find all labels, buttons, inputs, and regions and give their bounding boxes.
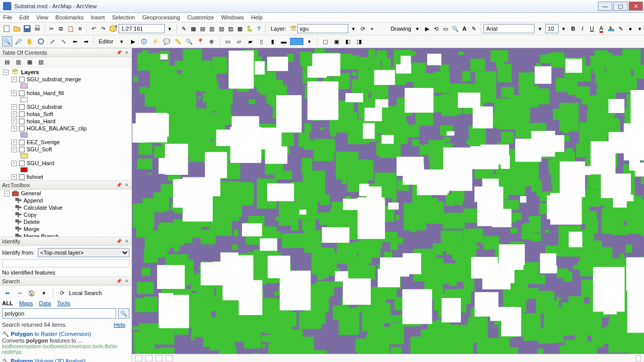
toolbar-icon[interactable]: ▢ (320, 36, 330, 47)
menu-customize[interactable]: Customize (187, 14, 214, 20)
close-button[interactable]: ✕ (629, 2, 643, 11)
pin-icon[interactable]: 📌 (115, 182, 122, 188)
visibility-checkbox[interactable] (19, 119, 25, 124)
layer-row[interactable]: +SGU_substrat_merge (2, 76, 129, 83)
close-icon[interactable]: ✕ (123, 182, 130, 188)
layer-symbol-swatch[interactable] (20, 83, 28, 88)
toolbar-icon[interactable]: ▣ (331, 36, 342, 47)
toolbar-icon[interactable]: ▱ (234, 36, 244, 47)
toolbar-icon[interactable]: ▧ (217, 24, 226, 34)
forward-button[interactable]: ➡ (14, 288, 25, 298)
font-color-button[interactable]: A (597, 24, 605, 34)
menu-edit[interactable]: Edit (19, 14, 29, 20)
hyper-button[interactable]: ⚡ (150, 36, 161, 47)
drawing-label[interactable]: Drawing (391, 26, 411, 32)
marker-color-button[interactable]: ● (626, 24, 634, 34)
data-view-button[interactable] (135, 355, 142, 361)
expand-icon[interactable]: + (11, 161, 17, 166)
collapse-icon[interactable]: − (3, 70, 9, 75)
menu-help[interactable]: Help (251, 14, 263, 20)
cat-data[interactable]: Data (39, 300, 51, 306)
map-view[interactable] (132, 48, 644, 362)
layer-dropdown[interactable]: ▾ (349, 24, 358, 34)
layer-row[interactable]: +SGU_Soft (2, 146, 129, 153)
measure-button[interactable]: 📏 (173, 36, 183, 47)
toolbar-icon[interactable]: ▯ (256, 36, 267, 47)
expand-icon[interactable]: + (11, 126, 17, 131)
tool-item[interactable]: Merge (0, 225, 131, 233)
toolbar-icon[interactable]: ◧ (343, 36, 353, 47)
pin-icon[interactable]: 📌 (115, 50, 122, 56)
visibility-checkbox[interactable] (19, 174, 25, 180)
search-input[interactable] (2, 308, 116, 319)
full-extent-button[interactable] (36, 36, 46, 47)
visibility-checkbox[interactable] (19, 140, 25, 145)
expand-icon[interactable]: + (11, 140, 17, 145)
cat-tools[interactable]: Tools (57, 300, 71, 306)
visibility-checkbox[interactable] (19, 147, 25, 152)
index-button[interactable]: ⟳ (57, 288, 67, 298)
redo-button[interactable]: ↷ (99, 24, 107, 34)
expand-icon[interactable]: + (11, 104, 17, 110)
collapse-icon[interactable]: − (4, 191, 10, 196)
identify-button[interactable]: ⓘ (139, 36, 149, 47)
select-button[interactable]: ▶ (128, 36, 138, 47)
home-button[interactable]: 🏠 (27, 288, 37, 298)
underline-button[interactable]: U (588, 24, 596, 34)
toolbar-icon[interactable]: ▥ (208, 24, 216, 34)
rect-tool[interactable]: ▭ (441, 24, 450, 34)
visibility-checkbox[interactable] (19, 126, 25, 131)
layer-row[interactable]: +holas_Hard_fill (2, 89, 129, 97)
editor-dropdown[interactable]: ▾ (117, 36, 127, 47)
layer-symbol-swatch[interactable] (20, 97, 28, 102)
toolbar-icon[interactable]: ▩ (236, 24, 244, 34)
fontsize-combo[interactable] (545, 24, 559, 33)
bold-button[interactable]: B (569, 24, 577, 34)
undo-button[interactable]: ↶ (90, 24, 98, 34)
python-button[interactable]: 🐍 (246, 24, 254, 34)
menu-view[interactable]: View (36, 14, 49, 20)
layer-row[interactable]: +EEZ_Sverige (2, 139, 129, 146)
toolbar-icon[interactable]: ◨ (354, 36, 364, 47)
paste-button[interactable]: 📋 (66, 24, 75, 34)
tool-item[interactable]: Merge Branch (0, 233, 131, 237)
font-dropdown[interactable]: ▾ (536, 24, 544, 34)
menu-bookmarks[interactable]: Bookmarks (55, 14, 83, 20)
tool-item[interactable]: Delete (0, 218, 131, 225)
text-tool[interactable]: A (460, 24, 469, 34)
tool-item[interactable]: Append (0, 197, 131, 204)
back-button[interactable]: ⬅ (2, 288, 12, 298)
toolbar-icon[interactable]: ▭ (223, 36, 233, 47)
expand-icon[interactable]: + (11, 119, 17, 124)
new-button[interactable] (2, 24, 11, 34)
close-icon[interactable]: ✕ (123, 50, 130, 56)
save-button[interactable] (23, 24, 32, 34)
toolbar-icon[interactable]: ⌖ (368, 24, 376, 34)
layout-view-button[interactable] (145, 355, 152, 361)
list-by-visibility-icon[interactable]: ▦ (25, 57, 35, 67)
menu-insert[interactable]: Insert (91, 14, 105, 20)
back-extent-button[interactable]: ⬅ (70, 36, 80, 47)
toolbar-icon[interactable]: ▨ (227, 24, 235, 34)
tool-item[interactable]: Copy (0, 211, 131, 218)
goto-xy-button[interactable]: ⊕ (207, 36, 217, 47)
line-color-button[interactable]: ✎ (617, 24, 625, 34)
close-icon[interactable]: ✕ (123, 278, 130, 284)
editor-toolbar-icon[interactable]: ✎ (180, 24, 188, 34)
toolbar-icon[interactable]: ▮ (268, 36, 278, 47)
cat-maps[interactable]: Maps (19, 300, 33, 306)
copy-button[interactable]: ⧉ (57, 24, 65, 34)
menu-selection[interactable]: Selection (112, 14, 135, 20)
scale-input[interactable] (119, 24, 165, 33)
fill-color-button[interactable] (607, 24, 616, 34)
layers-root[interactable]: Layers (21, 69, 39, 75)
cut-button[interactable]: ✂ (48, 24, 56, 34)
html-popup-button[interactable]: 💬 (162, 36, 172, 47)
scale-dropdown[interactable]: ▾ (166, 24, 174, 34)
maximize-button[interactable]: ▢ (613, 2, 628, 11)
editor-label[interactable]: Editor (99, 38, 114, 44)
toolbar-icon[interactable]: ▦ (189, 24, 197, 34)
edit-vertices-button[interactable]: ✎ (470, 24, 478, 34)
close-icon[interactable]: ✕ (123, 238, 130, 244)
list-by-selection-icon[interactable]: ▧ (36, 57, 46, 67)
